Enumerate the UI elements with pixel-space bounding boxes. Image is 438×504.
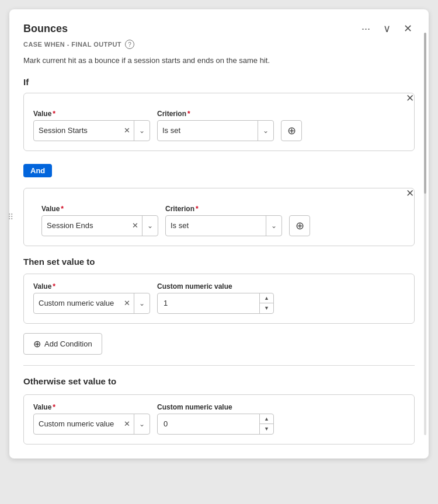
subtitle-row: CASE WHEN - FINAL OUTPUT ? <box>23 40 415 49</box>
then-spinner-up-button[interactable]: ▲ <box>260 293 273 303</box>
otherwise-custom-input[interactable]: 0 ▲ ▼ <box>157 414 274 435</box>
condition-2-block: ⠿ ✕ Value* Session Ends ✕ ⌄ <box>23 188 415 246</box>
chevron-down-icon: ⌄ <box>147 222 153 230</box>
scrollbar-track <box>424 33 426 435</box>
otherwise-custom-value: 0 <box>158 419 259 428</box>
more-icon: ··· <box>361 23 370 35</box>
plus-icon: ⊕ <box>287 124 296 137</box>
then-block: Value* Custom numeric value ✕ ⌄ <box>23 274 415 324</box>
header-icons: ··· ∨ ✕ <box>359 21 415 36</box>
close-card-button[interactable]: ✕ <box>401 21 415 36</box>
then-value-display: Custom numeric value <box>34 299 120 307</box>
add-condition-label: Add Condition <box>44 340 92 348</box>
chevron-down-icon: ⌄ <box>139 420 145 428</box>
then-section: Then set value to Value* Custom numeric … <box>23 257 415 324</box>
then-value-clear-button[interactable]: ✕ <box>120 299 134 307</box>
clear-icon: ✕ <box>132 221 138 230</box>
scrollbar-thumb[interactable] <box>424 33 426 194</box>
otherwise-value-dropdown-button[interactable]: ⌄ <box>134 414 150 434</box>
condition-2-criterion-display: Is set <box>166 221 266 230</box>
condition-2-value-clear-button[interactable]: ✕ <box>128 221 142 230</box>
clear-icon: ✕ <box>124 126 130 135</box>
chevron-down-icon: ⌄ <box>139 299 145 307</box>
otherwise-section: Otherwise set value to Value* Custom num… <box>23 376 415 444</box>
then-value-dropdown-button[interactable]: ⌄ <box>134 293 150 313</box>
condition-2-criterion-select[interactable]: Is set ⌄ <box>165 215 282 236</box>
otherwise-custom-label: Custom numeric value <box>157 403 274 411</box>
close-icon: ✕ <box>406 188 414 199</box>
otherwise-block: Value* Custom numeric value ✕ ⌄ Custom <box>23 394 415 444</box>
otherwise-fields: Value* Custom numeric value ✕ ⌄ Custom <box>33 403 405 435</box>
condition-2-criterion-group: Criterion* Is set ⌄ <box>165 205 282 236</box>
help-icon[interactable]: ? <box>125 40 134 49</box>
condition-2-value-group: Value* Session Ends ✕ ⌄ <box>41 205 158 236</box>
condition-1-add-button[interactable]: ⊕ <box>281 120 302 141</box>
drag-handle-icon[interactable]: ⠿ <box>8 212 13 222</box>
otherwise-spinner-down-button[interactable]: ▼ <box>260 424 273 434</box>
chevron-down-icon: ⌄ <box>271 222 277 230</box>
then-custom-value: 1 <box>158 299 259 307</box>
condition-1-value-dropdown-button[interactable]: ⌄ <box>134 121 150 141</box>
then-value-label: Value* <box>33 282 150 290</box>
then-value-group: Value* Custom numeric value ✕ ⌄ <box>33 282 150 314</box>
then-spinner-down-button[interactable]: ▼ <box>260 303 273 313</box>
otherwise-value-clear-button[interactable]: ✕ <box>120 419 134 428</box>
condition-1-criterion-label: Criterion* <box>157 110 274 118</box>
condition-1-criterion-dropdown-button[interactable]: ⌄ <box>258 121 273 141</box>
and-label: And <box>23 164 52 177</box>
condition-1-close-button[interactable]: ✕ <box>406 93 414 103</box>
condition-1-value-label: Value* <box>33 110 150 118</box>
otherwise-value-display: Custom numeric value <box>34 419 120 428</box>
condition-2-fields: Value* Session Ends ✕ ⌄ C <box>41 205 405 236</box>
close-icon: ✕ <box>404 22 412 35</box>
condition-2-value-select[interactable]: Session Ends ✕ ⌄ <box>41 215 158 236</box>
and-badge: And <box>23 159 415 182</box>
otherwise-value-label: Value* <box>33 403 150 411</box>
condition-1-block: ✕ Value* Session Starts ✕ ⌄ <box>23 93 415 151</box>
otherwise-spinner-up-button[interactable]: ▲ <box>260 414 273 424</box>
plus-icon: ⊕ <box>296 219 304 232</box>
if-label: If <box>23 77 415 87</box>
otherwise-spinners: ▲ ▼ <box>259 414 273 434</box>
more-options-button[interactable]: ··· <box>359 22 373 36</box>
bounces-card: Bounces ··· ∨ ✕ CASE WHEN - FINAL OUTPUT… <box>9 9 429 459</box>
then-custom-group: Custom numeric value 1 ▲ ▼ <box>157 282 274 314</box>
otherwise-value-select[interactable]: Custom numeric value ✕ ⌄ <box>33 414 150 435</box>
then-custom-input[interactable]: 1 ▲ ▼ <box>157 293 274 314</box>
clear-icon: ✕ <box>124 299 130 307</box>
condition-1-value-group: Value* Session Starts ✕ ⌄ <box>33 110 150 141</box>
otherwise-custom-group: Custom numeric value 0 ▲ ▼ <box>157 403 274 435</box>
divider <box>23 365 415 366</box>
condition-2-criterion-dropdown-button[interactable]: ⌄ <box>266 216 281 236</box>
description-text: Mark current hit as a bounce if a sessio… <box>23 55 415 66</box>
condition-1-value-display: Session Starts <box>34 126 120 135</box>
plus-circle-icon: ⊕ <box>33 338 41 349</box>
condition-1-fields: Value* Session Starts ✕ ⌄ <box>33 110 405 141</box>
then-fields: Value* Custom numeric value ✕ ⌄ <box>33 282 405 314</box>
condition-1-value-select[interactable]: Session Starts ✕ ⌄ <box>33 120 150 141</box>
collapse-button[interactable]: ∨ <box>381 21 393 36</box>
then-custom-label: Custom numeric value <box>157 282 274 290</box>
condition-1-value-clear-button[interactable]: ✕ <box>120 126 134 135</box>
chevron-down-icon: ∨ <box>383 22 391 35</box>
condition-2-add-button[interactable]: ⊕ <box>289 215 310 236</box>
card-header: Bounces ··· ∨ ✕ <box>23 21 415 36</box>
then-value-select[interactable]: Custom numeric value ✕ ⌄ <box>33 293 150 314</box>
condition-2-close-button[interactable]: ✕ <box>406 188 414 198</box>
condition-2-value-label: Value* <box>41 205 158 213</box>
chevron-down-icon: ⌄ <box>263 127 269 135</box>
condition-2-value-display: Session Ends <box>42 221 128 230</box>
otherwise-heading: Otherwise set value to <box>23 376 415 386</box>
close-icon: ✕ <box>406 93 414 104</box>
then-spinners: ▲ ▼ <box>259 293 273 313</box>
if-section: If ✕ Value* Session Starts ✕ <box>23 77 415 324</box>
add-condition-button[interactable]: ⊕ Add Condition <box>23 333 102 355</box>
condition-1-criterion-display: Is set <box>158 126 258 135</box>
condition-2-criterion-label: Criterion* <box>165 205 282 213</box>
subtitle-label: CASE WHEN - FINAL OUTPUT <box>23 41 121 48</box>
card-title: Bounces <box>23 23 68 35</box>
condition-1-criterion-group: Criterion* Is set ⌄ <box>157 110 274 141</box>
clear-icon: ✕ <box>124 419 130 428</box>
condition-1-criterion-select[interactable]: Is set ⌄ <box>157 120 274 141</box>
condition-2-value-dropdown-button[interactable]: ⌄ <box>142 216 158 236</box>
